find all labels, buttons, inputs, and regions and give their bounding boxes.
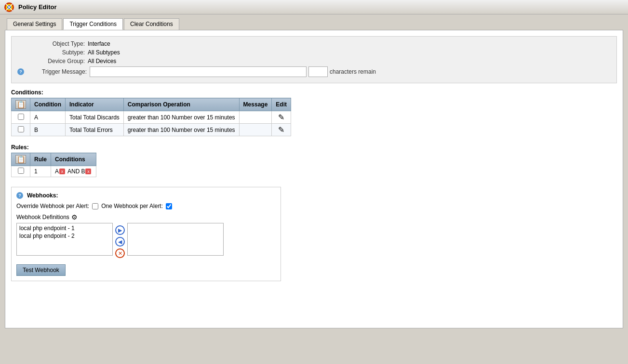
device-group-value: All Devices — [88, 58, 116, 65]
main-area: General Settings Trigger Conditions Clea… — [0, 14, 628, 364]
device-group-row: Device Group: All Devices — [17, 58, 611, 65]
rules-section: Rules: 📋 Rule Conditions — [11, 144, 617, 177]
title-bar: Policy Editor — [0, 0, 628, 14]
add-rule-icon: 📋 — [17, 156, 25, 163]
subtype-value: All Subtypes — [88, 49, 120, 56]
webhook-item-1[interactable]: local php endpoint - 1 — [18, 224, 111, 232]
webhook-defs-label: Webhook Definitions — [16, 214, 69, 221]
info-box: Object Type: Interface Subtype: All Subt… — [11, 36, 617, 83]
condition-row-condition: B — [30, 124, 66, 136]
rule-row-number: 1 — [30, 166, 51, 177]
rule-checkbox-0[interactable] — [18, 168, 24, 174]
conditions-table: 📋 Condition Indicator Comparison Operati… — [11, 98, 291, 136]
condition-op: AND — [67, 168, 80, 175]
tag-remove-icon[interactable]: x — [85, 169, 91, 174]
arrow-right-icon: ▶ — [115, 225, 125, 235]
trigger-message-row: ? Trigger Message: 0 characters remain — [17, 66, 611, 77]
edit-condition-button-0[interactable]: ✎ — [278, 113, 284, 122]
webhooks-section: ? Webhooks: Override Webhook per Alert: … — [11, 187, 281, 281]
tabs-row: General Settings Trigger Conditions Clea… — [5, 18, 623, 30]
rules-col-checkbox: 📋 — [12, 153, 30, 166]
conditions-label: Conditions: — [11, 89, 617, 96]
tab-clear-conditions[interactable]: Clear Conditions — [124, 18, 179, 30]
add-condition-button[interactable]: 📋 — [15, 100, 26, 109]
condition-row-edit: ✎ — [272, 124, 291, 136]
trigger-message-input[interactable] — [90, 66, 307, 77]
rules-label: Rules: — [11, 144, 617, 151]
arrow-left-button[interactable]: ◀ — [115, 236, 125, 247]
object-type-row: Object Type: Interface — [17, 40, 611, 47]
chars-remain-label: characters remain — [330, 68, 376, 75]
conditions-col-condition: Condition — [30, 98, 66, 111]
webhook-lists: local php endpoint - 1 local php endpoin… — [16, 223, 276, 260]
subtype-label: Subtype: — [17, 49, 85, 56]
conditions-col-message: Message — [239, 98, 272, 111]
condition-row-checkbox-cell — [12, 124, 30, 136]
condition-tag: Bx — [81, 168, 91, 175]
rule-row: 1 AxANDBx — [12, 166, 96, 177]
override-checkbox[interactable] — [92, 203, 98, 209]
rules-col-rule: Rule — [30, 153, 51, 166]
condition-row-condition: A — [30, 111, 66, 124]
condition-row-message — [239, 111, 272, 124]
add-icon: 📋 — [17, 101, 25, 108]
override-label: Override Webhook per Alert: — [16, 203, 89, 209]
tab-trigger-conditions[interactable]: Trigger Conditions — [63, 18, 123, 30]
webhooks-title: ? Webhooks: — [16, 192, 276, 199]
arrow-remove-button[interactable]: ✕ — [115, 248, 125, 259]
trigger-message-help-icon[interactable]: ? — [17, 68, 24, 75]
condition-row: A Total Total Discards greater than 100 … — [12, 111, 291, 124]
condition-row-message — [239, 124, 272, 136]
conditions-col-edit: Edit — [272, 98, 291, 111]
webhooks-help-icon[interactable]: ? — [16, 192, 23, 199]
condition-row-comparison: greater than 100 Number over 15 minutes — [123, 124, 239, 136]
content-panel: Object Type: Interface Subtype: All Subt… — [5, 30, 623, 328]
subtype-row: Subtype: All Subtypes — [17, 49, 611, 56]
one-per-alert-checkbox[interactable] — [166, 203, 172, 209]
tag-remove-icon[interactable]: x — [59, 169, 65, 174]
conditions-col-indicator: Indicator — [65, 98, 123, 111]
condition-row-checkbox-cell — [12, 111, 30, 124]
chars-remain-input: 0 — [308, 66, 328, 77]
arrow-remove-icon: ✕ — [115, 248, 125, 258]
rule-row-checkbox-cell — [12, 166, 30, 177]
condition-row-indicator: Total Total Errors — [65, 124, 123, 136]
tab-general-settings[interactable]: General Settings — [7, 18, 62, 30]
device-group-label: Device Group: — [17, 58, 85, 65]
pencil-icon: ✎ — [278, 126, 284, 134]
condition-tag: Ax — [55, 168, 65, 175]
condition-row: B Total Total Errors greater than 100 Nu… — [12, 124, 291, 136]
conditions-col-comparison: Comparison Operation — [123, 98, 239, 111]
conditions-col-checkbox: 📋 — [12, 98, 30, 111]
pencil-icon: ✎ — [278, 113, 284, 121]
rules-col-conditions: Conditions — [51, 153, 96, 166]
edit-condition-button-1[interactable]: ✎ — [278, 125, 284, 134]
rules-table: 📋 Rule Conditions 1 AxANDBx — [11, 153, 96, 177]
object-type-label: Object Type: — [17, 40, 85, 47]
webhooks-label: Webhooks: — [27, 192, 58, 199]
override-row: Override Webhook per Alert: One Webhook … — [16, 203, 276, 209]
condition-row-indicator: Total Total Discards — [65, 111, 123, 124]
webhook-right-list[interactable] — [127, 223, 224, 256]
condition-row-comparison: greater than 100 Number over 15 minutes — [123, 111, 239, 124]
one-per-alert-label: One Webhook per Alert: — [101, 203, 163, 209]
app-title: Policy Editor — [18, 3, 56, 11]
arrow-left-icon: ◀ — [115, 237, 125, 247]
webhook-left-list[interactable]: local php endpoint - 1 local php endpoin… — [16, 223, 113, 256]
conditions-section: Conditions: 📋 Condition Indicator Compar… — [11, 89, 617, 136]
webhook-defs-label-row: Webhook Definitions ⚙ — [16, 213, 276, 221]
condition-checkbox-0[interactable] — [18, 114, 24, 120]
trigger-message-label: Trigger Message: — [26, 68, 87, 75]
object-type-value: Interface — [88, 40, 110, 47]
condition-row-edit: ✎ — [272, 111, 291, 124]
condition-checkbox-1[interactable] — [18, 126, 24, 132]
test-webhook-button[interactable]: Test Webhook — [16, 264, 66, 276]
arrow-right-button[interactable]: ▶ — [115, 225, 125, 235]
webhook-item-2[interactable]: local php endpoint - 2 — [18, 232, 111, 240]
rule-row-conditions: AxANDBx — [51, 166, 96, 177]
webhook-gear-icon[interactable]: ⚙ — [71, 213, 78, 221]
add-rule-button[interactable]: 📋 — [15, 155, 26, 164]
webhook-arrows: ▶ ◀ ✕ — [115, 223, 125, 260]
app-icon — [4, 2, 14, 13]
